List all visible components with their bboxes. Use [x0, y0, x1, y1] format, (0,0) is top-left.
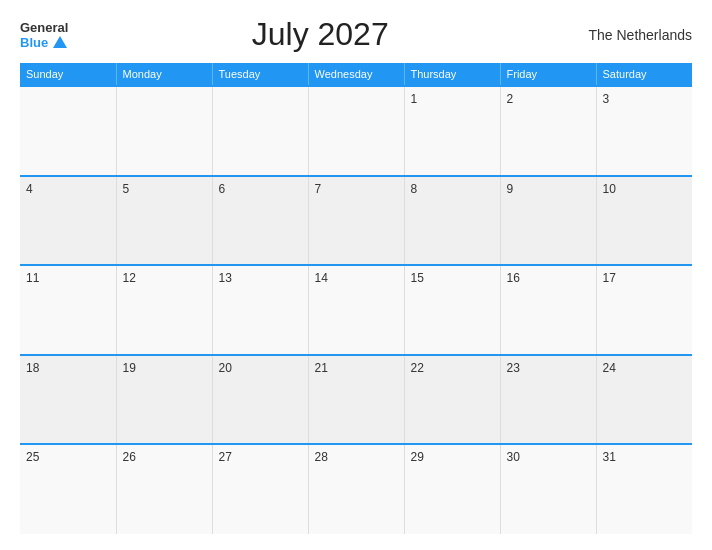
calendar-day-cell: 11: [20, 265, 116, 355]
calendar-day-cell: 20: [212, 355, 308, 445]
calendar-day-cell: 5: [116, 176, 212, 266]
calendar-day-cell: 31: [596, 444, 692, 534]
calendar-day-cell: 21: [308, 355, 404, 445]
day-number: 5: [123, 182, 130, 196]
day-number: 6: [219, 182, 226, 196]
calendar-day-cell: 30: [500, 444, 596, 534]
calendar-day-cell: 23: [500, 355, 596, 445]
day-number: 28: [315, 450, 328, 464]
calendar-week-row: 18192021222324: [20, 355, 692, 445]
day-number: 30: [507, 450, 520, 464]
calendar-day-cell: 18: [20, 355, 116, 445]
calendar-day-cell: 14: [308, 265, 404, 355]
logo-blue-text: Blue: [20, 35, 48, 50]
calendar-day-cell: [308, 86, 404, 176]
calendar-day-cell: 9: [500, 176, 596, 266]
day-number: 13: [219, 271, 232, 285]
calendar-day-cell: 16: [500, 265, 596, 355]
calendar-week-row: 123: [20, 86, 692, 176]
day-number: 18: [26, 361, 39, 375]
day-number: 26: [123, 450, 136, 464]
calendar-table: Sunday Monday Tuesday Wednesday Thursday…: [20, 63, 692, 534]
calendar-day-cell: 8: [404, 176, 500, 266]
day-number: 25: [26, 450, 39, 464]
day-number: 20: [219, 361, 232, 375]
day-number: 21: [315, 361, 328, 375]
logo-triangle-icon: [53, 36, 67, 48]
logo: General Blue: [20, 20, 68, 50]
calendar-day-cell: 25: [20, 444, 116, 534]
day-number: 11: [26, 271, 39, 285]
day-number: 31: [603, 450, 616, 464]
calendar-day-cell: 12: [116, 265, 212, 355]
calendar-week-row: 25262728293031: [20, 444, 692, 534]
day-number: 2: [507, 92, 514, 106]
day-number: 23: [507, 361, 520, 375]
page-title: July 2027: [68, 16, 572, 53]
calendar-day-cell: 13: [212, 265, 308, 355]
calendar-day-cell: 7: [308, 176, 404, 266]
calendar-body: 1234567891011121314151617181920212223242…: [20, 86, 692, 534]
day-number: 22: [411, 361, 424, 375]
day-number: 27: [219, 450, 232, 464]
day-number: 15: [411, 271, 424, 285]
day-number: 19: [123, 361, 136, 375]
calendar-day-cell: [116, 86, 212, 176]
day-number: 9: [507, 182, 514, 196]
col-sunday: Sunday: [20, 63, 116, 86]
day-number: 1: [411, 92, 418, 106]
calendar-day-cell: 28: [308, 444, 404, 534]
day-number: 12: [123, 271, 136, 285]
day-number: 24: [603, 361, 616, 375]
day-number: 4: [26, 182, 33, 196]
calendar-day-cell: 2: [500, 86, 596, 176]
day-number: 29: [411, 450, 424, 464]
calendar-day-cell: 27: [212, 444, 308, 534]
col-friday: Friday: [500, 63, 596, 86]
col-monday: Monday: [116, 63, 212, 86]
day-number: 8: [411, 182, 418, 196]
col-tuesday: Tuesday: [212, 63, 308, 86]
calendar-day-cell: 29: [404, 444, 500, 534]
calendar-week-row: 45678910: [20, 176, 692, 266]
calendar-day-cell: 15: [404, 265, 500, 355]
col-wednesday: Wednesday: [308, 63, 404, 86]
calendar-day-cell: 17: [596, 265, 692, 355]
logo-general-text: General: [20, 20, 68, 35]
col-thursday: Thursday: [404, 63, 500, 86]
col-saturday: Saturday: [596, 63, 692, 86]
calendar-week-row: 11121314151617: [20, 265, 692, 355]
day-number: 17: [603, 271, 616, 285]
calendar-day-cell: 1: [404, 86, 500, 176]
day-number: 14: [315, 271, 328, 285]
calendar-day-cell: [20, 86, 116, 176]
calendar-day-cell: [212, 86, 308, 176]
page-header: General Blue July 2027 The Netherlands: [20, 16, 692, 53]
calendar-day-cell: 26: [116, 444, 212, 534]
calendar-day-cell: 22: [404, 355, 500, 445]
calendar-day-cell: 24: [596, 355, 692, 445]
calendar-header-row: Sunday Monday Tuesday Wednesday Thursday…: [20, 63, 692, 86]
calendar-day-cell: 6: [212, 176, 308, 266]
day-number: 10: [603, 182, 616, 196]
calendar-day-cell: 19: [116, 355, 212, 445]
day-number: 16: [507, 271, 520, 285]
calendar-day-cell: 3: [596, 86, 692, 176]
country-label: The Netherlands: [572, 27, 692, 43]
day-number: 7: [315, 182, 322, 196]
calendar-day-cell: 10: [596, 176, 692, 266]
calendar-day-cell: 4: [20, 176, 116, 266]
calendar-page: General Blue July 2027 The Netherlands S…: [0, 0, 712, 550]
day-number: 3: [603, 92, 610, 106]
